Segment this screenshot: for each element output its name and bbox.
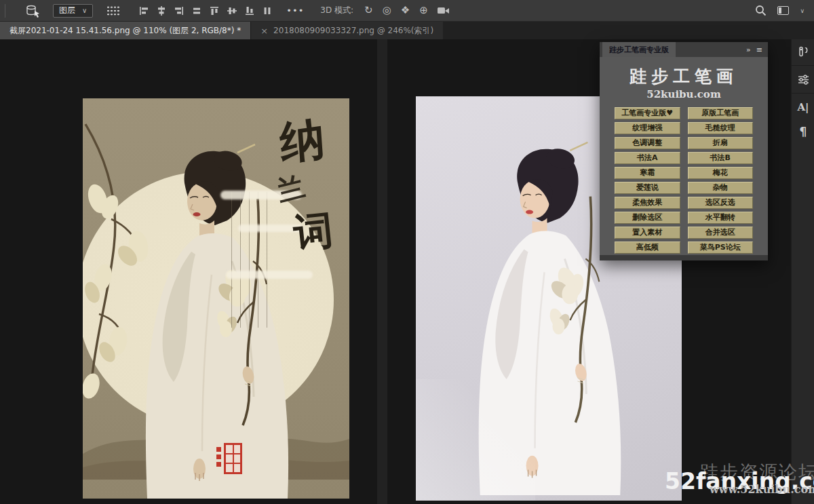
watermark-site-url: www.52kuibu.com <box>710 483 814 496</box>
canvas-divider-strip <box>377 39 387 504</box>
action-button-texture-enhance[interactable]: 纹理增强 <box>615 122 680 134</box>
document-tab-inactive[interactable]: × 2018080909033327.png @ 246%(索引) <box>250 22 443 39</box>
calligraphy-char: 词 <box>291 203 336 260</box>
panel-title: 跬步工笔画 <box>600 65 768 88</box>
align-group <box>138 5 273 16</box>
panel-resize-grip[interactable] <box>600 255 768 260</box>
options-bar: 图层 ∨ ••• 3D 模式: ↻ ◎ <box>0 0 814 22</box>
mode-icons: ↻ ◎ ❖ ⊕ <box>364 5 450 16</box>
chevron-down-icon: ∨ <box>82 7 87 14</box>
more-options-icon[interactable]: ••• <box>286 5 304 16</box>
calligraphy-ruled-lines <box>231 192 272 328</box>
action-button-ps-forum[interactable]: 菜鸟PS论坛 <box>688 241 754 254</box>
action-button-grid: 工笔画专业版♥ 原版工笔画 纹理增强 毛糙纹理 色调调整 折扇 书法A 书法B … <box>600 100 768 254</box>
options-bar-right: ∨ <box>755 5 814 16</box>
action-button-invert-selection[interactable]: 选区反选 <box>688 197 754 209</box>
tool-preset-icon[interactable] <box>24 4 42 18</box>
action-button-calligraphy-b[interactable]: 书法B <box>688 152 754 164</box>
search-icon[interactable] <box>755 5 767 16</box>
workspace-chevron-icon[interactable]: ∨ <box>800 7 805 14</box>
gongbi-actions-panel: 跬步工笔画专业版 » ≡ 跬步工笔画 52kuibu.com 工笔画专业版♥ 原… <box>600 42 768 260</box>
action-button-high-low-freq[interactable]: 高低频 <box>615 241 680 254</box>
layer-dropdown-label: 图层 <box>59 5 75 16</box>
action-button-original-gongbi[interactable]: 原版工笔画 <box>688 107 754 119</box>
calligraphy-char: 兰 <box>273 168 309 210</box>
orbit-3d-icon[interactable]: ↻ <box>364 5 373 16</box>
drag-3d-icon[interactable]: ❖ <box>401 5 410 16</box>
action-button-frost[interactable]: 寒霜 <box>615 167 680 179</box>
close-tab-icon[interactable]: × <box>260 26 268 36</box>
panel-subtitle: 52kuibu.com <box>600 88 768 100</box>
document-tab-label: 2018080909033327.png @ 246%(索引) <box>273 25 433 37</box>
action-button-gongbi-pro[interactable]: 工笔画专业版♥ <box>615 107 680 119</box>
red-seal-stamp <box>224 443 242 474</box>
action-button-sundries[interactable]: 杂物 <box>688 182 754 194</box>
photo-gongbi-version[interactable]: 纳 兰 词 <box>83 98 349 499</box>
document-tab-bar: 截屏2021-01-24 15.41.56.png @ 110% (图层 2, … <box>0 22 814 39</box>
align-left-icon[interactable] <box>138 5 149 16</box>
align-center-vertical-icon[interactable] <box>226 5 237 16</box>
distribute-horizontal-icon[interactable] <box>191 5 202 16</box>
camera-3d-icon[interactable] <box>438 7 450 15</box>
calligraphy-block: 纳 兰 词 <box>252 111 340 334</box>
action-button-soft-focus[interactable]: 柔焦效果 <box>615 197 680 209</box>
auto-select-layer-dropdown[interactable]: 图层 ∨ <box>53 4 93 18</box>
properties-panel-icon[interactable] <box>792 39 814 64</box>
adjustments-panel-icon[interactable] <box>792 67 814 92</box>
action-button-delete-selection[interactable]: 删除选区 <box>615 212 680 224</box>
action-button-calligraphy-a[interactable]: 书法A <box>615 152 680 164</box>
action-button-flip-horizontal[interactable]: 水平翻转 <box>688 212 754 224</box>
paragraph-panel-icon[interactable]: ¶ <box>792 119 814 144</box>
panel-menu-icon[interactable]: ≡ <box>756 45 762 54</box>
dock-divider <box>792 93 814 94</box>
align-top-icon[interactable] <box>208 5 220 16</box>
panel-dock: A| ¶ <box>791 39 814 504</box>
collapse-panel-icon[interactable]: » <box>746 45 751 54</box>
document-tab-label: 截屏2021-01-24 15.41.56.png @ 110% (图层 2, … <box>9 25 241 37</box>
mini-seal-marks <box>216 447 221 467</box>
action-button-folding-fan[interactable]: 折扇 <box>688 137 754 149</box>
calligraphy-char: 纳 <box>278 107 327 174</box>
mode-label: 3D 模式: <box>320 5 353 16</box>
character-panel-icon[interactable]: A| <box>792 95 814 119</box>
align-right-icon[interactable] <box>173 5 185 16</box>
panel-tab[interactable]: 跬步工笔画专业版 <box>602 42 676 57</box>
transform-controls-icon[interactable] <box>106 5 120 16</box>
action-button-place-material[interactable]: 置入素材 <box>615 227 680 239</box>
panel-tab-bar: 跬步工笔画专业版 » ≡ <box>600 42 768 57</box>
action-button-tone-adjust[interactable]: 色调调整 <box>615 137 680 149</box>
roll-3d-icon[interactable]: ◎ <box>383 5 391 16</box>
cloud-motif <box>226 271 313 279</box>
workspace-icon[interactable] <box>777 6 789 15</box>
action-button-merge-selection[interactable]: 合并选区 <box>688 227 754 239</box>
align-center-horizontal-icon[interactable] <box>155 5 167 16</box>
action-button-ailianshuo[interactable]: 爱莲说 <box>615 182 680 194</box>
dock-divider <box>792 65 814 66</box>
distribute-vertical-icon[interactable] <box>261 5 273 16</box>
slide-3d-icon[interactable]: ⊕ <box>419 5 428 16</box>
options-bar-edge <box>0 4 5 18</box>
action-button-rough-texture[interactable]: 毛糙纹理 <box>688 122 754 134</box>
document-tab-active[interactable]: 截屏2021-01-24 15.41.56.png @ 110% (图层 2, … <box>0 22 250 39</box>
photoshop-window: 图层 ∨ ••• 3D 模式: ↻ ◎ <box>0 0 814 504</box>
align-bottom-icon[interactable] <box>244 5 255 16</box>
action-button-plum-blossom[interactable]: 梅花 <box>688 167 754 179</box>
